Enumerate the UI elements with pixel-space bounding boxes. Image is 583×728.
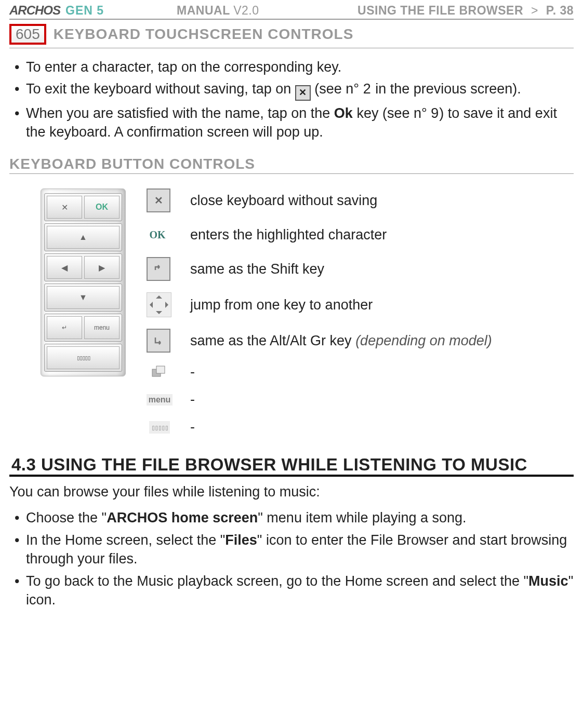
close-icon: ✕ (147, 188, 170, 212)
gen-label: GEN 5 (65, 4, 104, 18)
divider (9, 48, 574, 48)
ok-key-ref: Ok (334, 105, 353, 121)
text: When you are satisfied with the name, ta… (26, 105, 334, 121)
text: (see n° (311, 81, 363, 97)
text: same as the Alt/Alt Gr key (190, 333, 355, 348)
shift-icon (147, 257, 170, 281)
text-italic: (depending on model) (355, 333, 492, 348)
section-4-3-intro: You can browse your files while listenin… (9, 484, 574, 500)
svg-rect-1 (156, 366, 165, 373)
close-icon: ✕ (295, 85, 311, 101)
icon-ref: Files (225, 532, 257, 548)
breadcrumb-section: USING THE FILE BROWSER (357, 4, 523, 17)
control-desc: same as the Shift key (190, 261, 492, 277)
control-desc: - (190, 392, 492, 408)
menu-icon: menu (147, 392, 173, 408)
icon-ref: Music (528, 573, 568, 589)
section-4-3-bullets: Choose the "ARCHOS home screen" menu ite… (9, 508, 574, 609)
control-desc: - (190, 419, 492, 435)
text: " menu item while playing a song. (258, 510, 466, 525)
device-buttons-image: ✕OK ▲ ◀▶ ▼ ↵menu ▯▯▯▯▯ (41, 188, 126, 376)
model-badge: 605 (9, 24, 46, 45)
divider (9, 173, 574, 174)
section-4-3-heading: 4.3 USING THE FILE BROWSER WHILE LISTENI… (9, 454, 574, 477)
manual-word: MANUAL (177, 4, 230, 17)
ok-icon: OK (147, 224, 168, 246)
volume-icon: ▯▯▯▯▯ (147, 420, 173, 435)
text: in the previous screen). (372, 81, 521, 97)
bullet-item: To go back to the Music playback screen,… (15, 572, 574, 610)
control-desc: jump from one key to another (190, 297, 492, 313)
section-title-touch: KEYBOARD TOUCHSCREEN CONTROLS (54, 26, 354, 43)
control-desc: enters the highlighted character (190, 227, 492, 243)
text: To go back to the Music playback screen,… (26, 573, 528, 589)
manual-version: V2.0 (233, 4, 259, 17)
text: In the Home screen, select the " (26, 532, 225, 548)
text: To exit the keyboard without saving, tap… (26, 81, 295, 97)
page-header: ARCHOS GEN 5 MANUAL V2.0 USING THE FILE … (9, 0, 574, 19)
text: key (see n° (353, 105, 431, 121)
section-title-buttons: KEYBOARD BUTTON CONTROLS (9, 156, 574, 172)
button-controls-table: ✕ close keyboard without saving OK enter… (147, 188, 492, 435)
bullet-item: In the Home screen, select the "Files" i… (15, 531, 574, 569)
breadcrumb: USING THE FILE BROWSER > P. 38 (357, 4, 574, 18)
ref-number: 9 (431, 105, 439, 121)
page-number: P. 38 (546, 4, 574, 17)
control-desc: - (190, 364, 492, 380)
menu-label: menu (147, 394, 173, 406)
brand-logo: ARCHOS (9, 3, 60, 18)
tab-switch-icon (147, 365, 173, 380)
bullet-item: When you are satisfied with the name, ta… (15, 104, 574, 142)
touchscreen-bullets: To enter a character, tap on the corresp… (9, 58, 574, 141)
bullet-item: Choose the "ARCHOS home screen" menu ite… (15, 508, 574, 527)
divider (9, 19, 574, 20)
bullet-item: To enter a character, tap on the corresp… (15, 58, 574, 76)
control-desc: same as the Alt/Alt Gr key (depending on… (190, 333, 492, 349)
manual-label: MANUAL V2.0 (177, 4, 259, 18)
breadcrumb-sep: > (531, 4, 538, 17)
bullet-item: To exit the keyboard without saving, tap… (15, 79, 574, 100)
menu-ref: ARCHOS home screen (107, 510, 258, 525)
nav-arrows-icon (147, 292, 171, 317)
control-desc: close keyboard without saving (190, 193, 492, 209)
alt-icon (147, 329, 170, 353)
text: Choose the " (26, 510, 107, 525)
ref-number: 2 (363, 81, 372, 97)
